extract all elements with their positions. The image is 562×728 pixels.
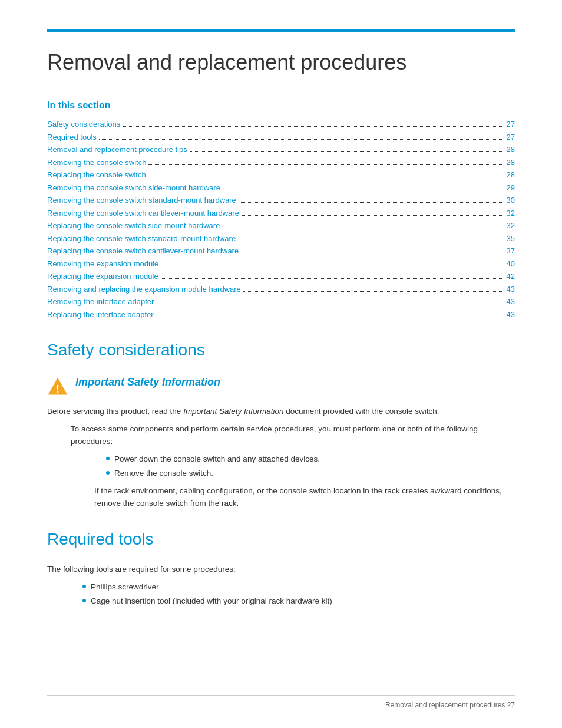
toc-item: Replacing the console switch 28 [47,169,515,181]
bullet-dot [106,471,110,475]
toc-item-dots [99,139,504,140]
toc-heading: In this section [47,98,515,113]
top-border [47,29,515,32]
toc-item-dots [190,151,504,152]
toc-item-page: 27 [507,118,515,130]
toc-item-page: 28 [507,157,515,169]
toc-item-title[interactable]: Replacing the expansion module [47,271,158,282]
required-tools-section: Required tools The following tools are r… [47,527,515,608]
svg-text:!: ! [56,383,59,395]
toc-item-page: 27 [507,131,515,143]
toc-item-dots [156,317,504,317]
footer: Removal and replacement procedures 27 [385,700,515,710]
toc-item-page: 28 [507,144,515,156]
toc-item-title[interactable]: Replacing the interface adapter [47,309,154,321]
toc-item-page: 30 [507,195,515,206]
toc-item-title[interactable]: Removing the console switch cantilever-m… [47,207,239,219]
toc-item-page: 32 [507,207,515,219]
toc-item: Removing the console switch 28 [47,157,515,169]
required-tools-intro: The following tools are required for som… [47,564,515,575]
toc-item: Replacing the console switch standard-mo… [47,233,515,245]
toc-item-page: 42 [507,271,515,282]
tool-text: Phillips screwdriver [91,581,159,593]
toc-item-title[interactable]: Replacing the console switch side-mount … [47,220,220,232]
toc-item-page: 40 [507,258,515,270]
toc-item-title[interactable]: Removing the console switch [47,157,146,169]
toc-item-title[interactable]: Required tools [47,131,97,143]
bullet-text: Remove the console switch. [114,467,213,479]
toc-item-title[interactable]: Replacing the console switch standard-mo… [47,233,236,245]
toc-item: Removing and replacing the expansion mod… [47,284,515,295]
toc-item-title[interactable]: Removing and replacing the expansion mod… [47,284,241,295]
toc-item: Removing the console switch cantilever-m… [47,207,515,219]
toc-item-dots [238,241,504,241]
safety-indented-text: To access some components and perform ce… [71,423,515,447]
footer-divider [47,695,515,696]
page: Removal and replacement procedures In th… [0,0,562,728]
toc-item-page: 43 [507,296,515,308]
toc-item-title[interactable]: Replacing the console switch [47,169,146,181]
toc-item: Replacing the console switch cantilever-… [47,245,515,257]
toc-item-page: 43 [507,309,515,321]
warning-icon: ! [47,375,68,397]
tools-bullet-list: Phillips screwdriverCage nut insertion t… [82,581,515,608]
toc-item-title[interactable]: Safety considerations [47,118,120,130]
warning-title: Important Safety Information [75,374,220,390]
toc-item-page: 43 [507,284,515,295]
bullet-item: Remove the console switch. [106,467,515,479]
safety-indented: To access some components and perform ce… [71,423,515,509]
safety-title: Safety considerations [47,338,515,363]
toc-item-dots [161,278,504,279]
toc-item: Removing the interface adapter43 [47,296,515,308]
toc-section: In this section Safety considerations27R… [47,98,515,320]
toc-item-title[interactable]: Removal and replacement procedure tips [47,144,187,156]
toc-item-dots [243,291,504,292]
toc-item-dots [242,215,504,216]
toc-item: Removing the expansion module40 [47,258,515,270]
toc-item: Replacing the expansion module42 [47,271,515,282]
toc-item: Removal and replacement procedure tips28 [47,144,515,156]
safety-section: Safety considerations ! Important Safety… [47,338,515,509]
toc-item-title[interactable]: Removing the console switch side-mount h… [47,182,220,194]
warning-box: ! Important Safety Information [47,374,515,397]
tool-item: Phillips screwdriver [82,581,515,593]
toc-item-dots [156,304,504,304]
safety-italic-text: Important Safety Information [183,407,283,416]
toc-item-dots [241,253,504,253]
required-tools-title: Required tools [47,527,515,552]
toc-item-dots [161,266,504,266]
toc-item: Removing the console switch side-mount h… [47,182,515,194]
tool-item: Cage nut insertion tool (included with y… [82,595,515,607]
tool-text: Cage nut insertion tool (included with y… [91,595,332,607]
toc-item: Required tools27 [47,131,515,143]
toc-item: Removing the console switch standard-mou… [47,195,515,206]
page-title: Removal and replacement procedures [47,50,515,75]
toc-item-page: 32 [507,220,515,232]
toc-item-dots [222,228,504,228]
toc-item: Replacing the console switch side-mount … [47,220,515,232]
safety-after-text: If the rack environment, cabling configu… [94,485,515,509]
toc-item-title[interactable]: Removing the console switch standard-mou… [47,195,236,206]
toc-item-page: 28 [507,169,515,181]
bullet-dot [106,457,110,460]
toc-item-dots [123,126,504,127]
toc-item-title[interactable]: Removing the expansion module [47,258,158,270]
bullet-text: Power down the console switch and any at… [114,453,320,465]
safety-after-bullets: If the rack environment, cabling configu… [94,485,515,509]
toc-item: Safety considerations27 [47,118,515,130]
bullet-dot [82,585,86,588]
bullet-dot [82,599,86,602]
toc-list: Safety considerations27Required tools27R… [47,118,515,320]
toc-item-dots [148,177,504,177]
toc-item: Replacing the interface adapter 43 [47,309,515,321]
safety-body-text: Before servicing this product, read the … [47,406,515,417]
toc-item-title[interactable]: Removing the interface adapter [47,296,154,308]
toc-item-page: 35 [507,233,515,245]
toc-item-dots [239,202,504,203]
safety-bullet-list: Power down the console switch and any at… [106,453,515,480]
toc-item-title[interactable]: Replacing the console switch cantilever-… [47,245,239,257]
toc-item-dots [148,164,504,165]
toc-item-dots [223,190,504,190]
toc-item-page: 29 [507,182,515,194]
toc-item-page: 37 [507,245,515,257]
